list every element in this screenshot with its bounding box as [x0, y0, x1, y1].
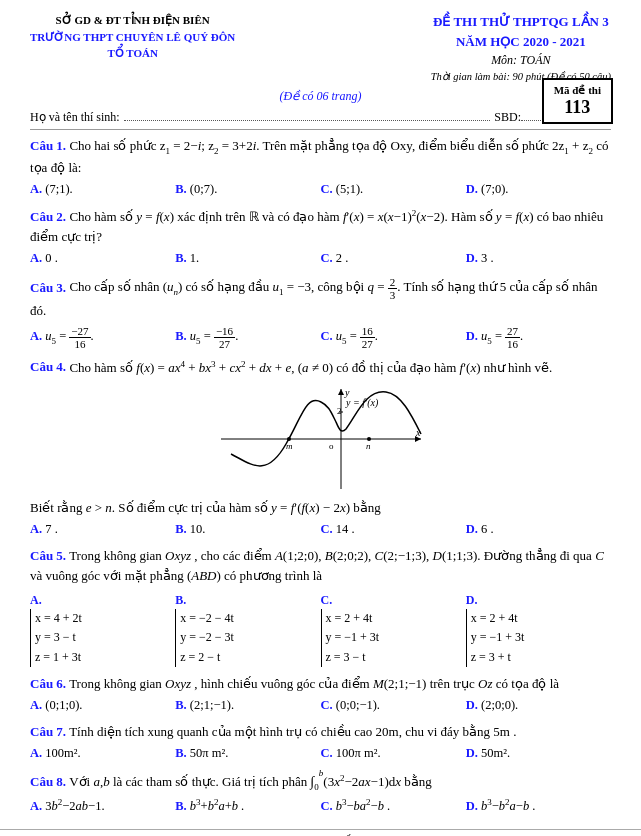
footer: Trang 1/6 - Mã đề 113 — [0, 829, 641, 836]
exam-title: ĐỀ THI THỬ THPTQG LẦN 3 — [431, 12, 611, 32]
q6-answers: A. (0;1;0). B. (2;1;−1). C. (0;0;−1). D.… — [30, 696, 611, 715]
q3-B: B. u5 = −1627. — [175, 325, 320, 350]
q4-A: A. 7 . — [30, 520, 175, 539]
svg-text:x: x — [415, 427, 421, 438]
q5-label: Câu 5. — [30, 548, 66, 563]
svg-text:o: o — [329, 441, 334, 451]
graph-container: y = f′(x) 2 m o n x y — [30, 384, 611, 494]
q4-label: Câu 4. — [30, 360, 66, 375]
q7: Câu 7. Tính diện tích xung quanh của một… — [30, 722, 611, 764]
mon-label: Môn: TOÁN — [431, 51, 611, 69]
q1-label: Câu 1. — [30, 138, 66, 153]
q6-D: D. (2;0;0). — [466, 696, 611, 715]
q6-B: B. (2;1;−1). — [175, 696, 320, 715]
q2-B: B. 1. — [175, 249, 320, 268]
q8-A: A. 3b2−2ab−1. — [30, 796, 175, 817]
svg-text:y = f′(x): y = f′(x) — [345, 397, 379, 409]
ho-ten-label: Họ và tên thí sinh: — [30, 110, 120, 125]
q3-C: C. u5 = 1627. — [321, 325, 466, 350]
q7-answers: A. 100m². B. 50π m². C. 100π m². D. 50m²… — [30, 744, 611, 763]
q5-A: A. x = 4 + 2t y = 3 − t z = 1 + 3t — [30, 591, 175, 667]
q5-C: C. x = 2 + 4t y = −1 + 3t z = 3 − t — [321, 591, 466, 667]
q8-label: Câu 8. — [30, 774, 66, 789]
q1-A: A. (7;1). — [30, 180, 175, 199]
q2-D: D. 3 . — [466, 249, 611, 268]
q5-B: B. x = −2 − 4t y = −2 − 3t z = 2 − t — [175, 591, 320, 667]
q4-biet-rang: Biết rằng e > n. Số điểm cực trị của hàm… — [30, 498, 611, 518]
q7-text: Tính diện tích xung quanh của một hình t… — [69, 724, 516, 739]
q8-C: C. b3−ba2−b . — [321, 796, 466, 817]
so-gd-label: SỞ GD & ĐT TỈNH ĐIỆN BIÊN — [30, 12, 235, 29]
q4-C: C. 14 . — [321, 520, 466, 539]
q5-text: Trong không gian Oxyz , cho các điểm A(1… — [30, 548, 604, 583]
q5-answers: A. x = 4 + 2t y = 3 − t z = 1 + 3t B. x … — [30, 591, 611, 667]
q7-C: C. 100π m². — [321, 744, 466, 763]
q8: Câu 8. Với a,b là các tham số thực. Giá … — [30, 771, 611, 817]
q6-C: C. (0;0;−1). — [321, 696, 466, 715]
q5-B-system: x = −2 − 4t y = −2 − 3t z = 2 − t — [175, 609, 320, 667]
q4-answers: A. 7 . B. 10. C. 14 . D. 6 . — [30, 520, 611, 539]
page: SỞ GD & ĐT TỈNH ĐIỆN BIÊN TRƯỜNG THPT CH… — [0, 0, 641, 836]
q7-D: D. 50m². — [466, 744, 611, 763]
q8-text: Với a,b là các tham số thực. Giá trị tíc… — [69, 774, 432, 789]
svg-marker-3 — [338, 389, 344, 395]
q2-answers: A. 0 . B. 1. C. 2 . D. 3 . — [30, 249, 611, 268]
q6: Câu 6. Trong không gian Oxyz , hình chiế… — [30, 674, 611, 716]
q4-text: Cho hàm số f(x) = ax4 + bx3 + cx2 + dx +… — [69, 360, 552, 375]
q5-D: D. x = 2 + 4t y = −1 + 3t z = 3 + t — [466, 591, 611, 667]
q7-A: A. 100m². — [30, 744, 175, 763]
svg-text:y: y — [344, 387, 350, 398]
q4-B: B. 10. — [175, 520, 320, 539]
q4: Câu 4. Cho hàm số f(x) = ax4 + bx3 + cx2… — [30, 357, 611, 539]
q3-text: Cho cấp số nhân (un) có số hạng đầu u1 =… — [30, 279, 597, 318]
q5-D-system: x = 2 + 4t y = −1 + 3t z = 3 + t — [466, 609, 611, 667]
header: SỞ GD & ĐT TỈNH ĐIỆN BIÊN TRƯỜNG THPT CH… — [30, 12, 611, 85]
q2-label: Câu 2. — [30, 209, 66, 224]
svg-text:n: n — [366, 441, 371, 451]
header-right: ĐỀ THI THỬ THPTQG LẦN 3 NĂM HỌC 2020 - 2… — [431, 12, 611, 85]
q4-D: D. 6 . — [466, 520, 611, 539]
q5: Câu 5. Trong không gian Oxyz , cho các đ… — [30, 546, 611, 666]
q1: Câu 1. Cho hai số phức z1 = 2−i; z2 = 3+… — [30, 136, 611, 200]
to-toan: TỔ TOÁN — [30, 45, 235, 62]
divider — [30, 129, 611, 130]
de-co: (Đề có 06 trang) — [30, 89, 611, 104]
q2-text: Cho hàm số y = f(x) xác định trên ℝ và c… — [30, 209, 603, 244]
q7-label: Câu 7. — [30, 724, 66, 739]
q3: Câu 3. Cho cấp số nhân (un) có số hạng đ… — [30, 276, 611, 351]
q6-text: Trong không gian Oxyz , hình chiếu vuông… — [69, 676, 559, 691]
svg-point-13 — [367, 437, 371, 441]
q1-answers: A. (7;1). B. (0;7). C. (5;1). D. (7;0). — [30, 180, 611, 199]
ho-ten-row: Họ và tên thí sinh: SBD: — [30, 110, 611, 125]
q6-label: Câu 6. — [30, 676, 66, 691]
q1-text: Cho hai số phức z1 = 2−i; z2 = 3+2i. Trê… — [30, 138, 608, 176]
q2: Câu 2. Cho hàm số y = f(x) xác định trên… — [30, 207, 611, 269]
q8-B: B. b3+b2a+b . — [175, 796, 320, 817]
school-name: TRƯỜNG THPT CHUYÊN LÊ QUÝ ĐÔN — [30, 29, 235, 46]
svg-text:m: m — [286, 441, 293, 451]
q1-D: D. (7;0). — [466, 180, 611, 199]
q8-D: D. b3−b2a−b . — [466, 796, 611, 817]
q3-D: D. u5 = 2716. — [466, 325, 611, 350]
q7-B: B. 50π m². — [175, 744, 320, 763]
exam-year: NĂM HỌC 2020 - 2021 — [431, 32, 611, 52]
sbd-label: SBD: — [494, 110, 521, 125]
q8-answers: A. 3b2−2ab−1. B. b3+b2a+b . C. b3−ba2−b … — [30, 796, 611, 817]
q3-answers: A. u5 = −2716. B. u5 = −1627. C. u5 = 16… — [30, 325, 611, 350]
q5-A-system: x = 4 + 2t y = 3 − t z = 1 + 3t — [30, 609, 175, 667]
q2-C: C. 2 . — [321, 249, 466, 268]
q5-C-system: x = 2 + 4t y = −1 + 3t z = 3 − t — [321, 609, 466, 667]
q1-B: B. (0;7). — [175, 180, 320, 199]
header-left: SỞ GD & ĐT TỈNH ĐIỆN BIÊN TRƯỜNG THPT CH… — [30, 12, 235, 62]
q3-label: Câu 3. — [30, 279, 66, 294]
q1-C: C. (5;1). — [321, 180, 466, 199]
q6-A: A. (0;1;0). — [30, 696, 175, 715]
ma-de-box: Mã đề thi 113 — [542, 78, 613, 124]
graph-svg: y = f′(x) 2 m o n x y — [211, 384, 431, 494]
ma-de-num: 113 — [554, 97, 601, 118]
q2-A: A. 0 . — [30, 249, 175, 268]
ma-de-label: Mã đề thi — [554, 84, 601, 97]
q3-A: A. u5 = −2716. — [30, 325, 175, 350]
svg-point-12 — [287, 437, 291, 441]
svg-text:2: 2 — [337, 406, 342, 416]
